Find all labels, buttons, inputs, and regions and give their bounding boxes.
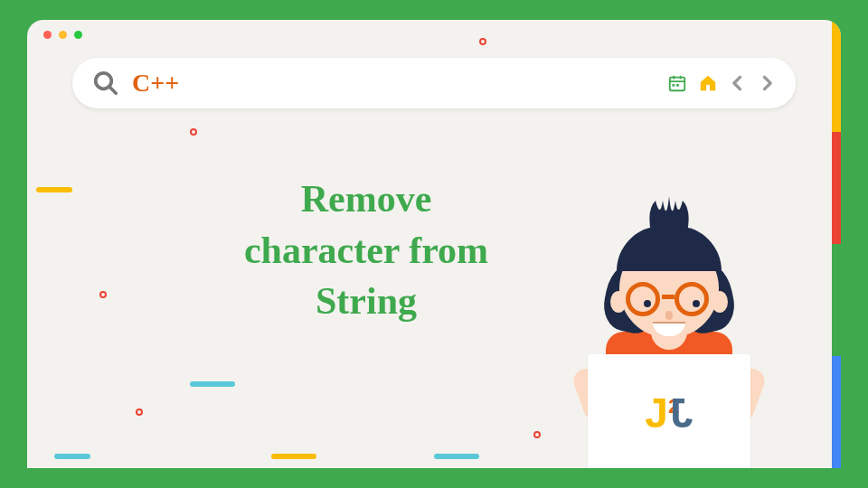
lens-left (626, 282, 660, 316)
maximize-dot[interactable] (74, 31, 82, 39)
nose (665, 311, 673, 320)
deco-dash (190, 381, 235, 387)
pupil-right (693, 300, 700, 307)
toolbar-icons (667, 73, 776, 93)
svg-rect-6 (673, 84, 675, 87)
svg-rect-7 (676, 84, 679, 87)
chevron-left-icon[interactable] (729, 73, 747, 93)
stripe-yellow (832, 20, 841, 132)
deco-circle (99, 291, 107, 298)
logo-j1: J (645, 389, 668, 436)
lens-right (675, 282, 709, 316)
person-illustration: J2J (552, 192, 787, 468)
laptop: J2J (588, 354, 750, 468)
chevron-right-icon[interactable] (758, 73, 776, 93)
deco-dash (434, 454, 479, 459)
logo-j2: J (670, 389, 693, 437)
search-bar[interactable]: C++ (72, 58, 796, 108)
window-controls (43, 31, 82, 39)
stripe-red (832, 132, 841, 244)
stripe-blue (832, 356, 841, 468)
search-query: C++ (132, 69, 667, 98)
deco-dash (36, 187, 72, 192)
search-icon (92, 70, 119, 97)
deco-circle (479, 38, 486, 45)
close-dot[interactable] (43, 31, 52, 39)
deco-dash (271, 454, 316, 459)
svg-line-1 (109, 87, 117, 94)
deco-circle (136, 408, 143, 416)
title-line-1: Remove (172, 174, 561, 225)
deco-dash (54, 454, 90, 459)
glasses-bridge (662, 295, 675, 299)
hair-bun (646, 192, 692, 237)
calendar-icon[interactable] (667, 73, 687, 93)
stripe-green (832, 244, 841, 356)
pupil-left (644, 300, 651, 307)
home-icon[interactable] (698, 73, 718, 93)
deco-circle (533, 431, 541, 438)
browser-window: C++ Remove character from String (27, 20, 841, 468)
title-line-3: String (172, 276, 561, 327)
minimize-dot[interactable] (59, 31, 67, 39)
title-line-2: character from (172, 225, 561, 277)
logo: J2J (588, 389, 750, 437)
deco-circle (190, 128, 197, 136)
page-title: Remove character from String (172, 174, 561, 327)
